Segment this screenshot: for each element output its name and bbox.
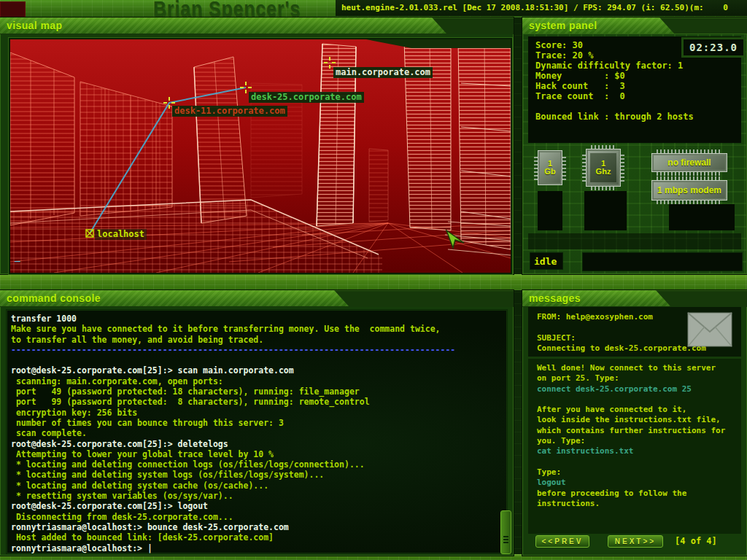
engine-info: heut.engine-2.01.033.rel [Dec 17 2008.18… <box>341 3 747 12</box>
console-line: port 49 (password protected: 18 characte… <box>11 386 507 397</box>
firewall-chip: no firewall <box>651 153 727 172</box>
cpu-chip: 1 Ghz <box>586 149 621 187</box>
progress-bar <box>582 252 743 271</box>
chip-pins <box>562 155 566 180</box>
console-line: Host added to bounced link: [desk-25.cor… <box>11 532 507 542</box>
map-text-cursor: _ <box>15 251 20 262</box>
corner-decoration <box>0 1 26 18</box>
envelope-icon <box>687 312 732 347</box>
console-line: * locating and deleting system logs (os/… <box>11 470 507 480</box>
visual-map-viewport: main.corporate.com desk-25.corporate.com… <box>9 38 512 274</box>
empty-hardware-slot <box>538 191 562 230</box>
console-line: root@desk-25.corporate.com[25]:> scan ma… <box>11 365 507 376</box>
console-line: number of times you can bounce through t… <box>11 418 507 428</box>
console-header: command console <box>0 290 349 306</box>
message-line: connect desk-25.corporate.com 25 <box>537 384 741 394</box>
wireframe-city-graphic <box>10 39 511 273</box>
chip-pins <box>534 155 538 180</box>
message-line: you. Type: <box>537 436 741 446</box>
message-line: logout <box>537 478 741 488</box>
scrollbar-grip <box>503 536 508 537</box>
system-panel-header: system panel <box>522 18 674 34</box>
console-line: ronnytriasmara@localhost:> | <box>11 543 507 553</box>
message-body: Well done! Now connect to this serveron … <box>528 359 741 534</box>
message-line: look inside the instructions.txt file, <box>537 415 741 425</box>
message-line <box>537 457 741 467</box>
console-line: root@desk-25.corporate.com[25]:> logout <box>11 501 507 511</box>
chip-pins <box>657 149 722 153</box>
cpu-chip-label: 1 Ghz <box>595 160 612 176</box>
from-value: help@exosyphen.com <box>566 312 653 322</box>
console-line: scan complete. <box>11 428 507 438</box>
message-line: Type: <box>537 467 741 478</box>
chip-pins <box>582 154 586 182</box>
map-node-label-localhost: localhost <box>95 229 147 240</box>
console-line: transfer 1000 <box>11 314 507 324</box>
title-bar: Brian Spencer's heut.engine-2.01.033.rel… <box>0 0 747 18</box>
messages-header: messages <box>522 290 670 306</box>
console-line: root@desk-25.corporate.com[25]:> deletel… <box>11 439 507 449</box>
console-line: encryption key: 256 bits <box>11 408 507 418</box>
console-line: ronnytriasmara@localhost:> bounce desk-2… <box>11 522 507 532</box>
console-line: port 99 (password protected: 8 character… <box>11 397 507 407</box>
visual-map-title: visual map <box>0 18 446 34</box>
system-panel-title: system panel <box>522 18 674 34</box>
console-line: * locating and deleting system cache (os… <box>11 481 507 491</box>
message-line: on port 25. Type: <box>537 373 741 384</box>
memory-chip: 1 Gb <box>538 150 562 185</box>
message-line <box>537 394 741 405</box>
console-line: to transfer all the money, and avoid bei… <box>11 335 507 345</box>
map-node-label-desk25: desk-25.corporate.com <box>249 92 364 103</box>
modem-chip: 1 mbps modem <box>651 180 727 201</box>
divider-strip <box>0 274 747 290</box>
console-scrollbar-thumb[interactable] <box>500 510 511 554</box>
system-panel-band <box>528 233 741 249</box>
cpu-chip-core: 1 Ghz <box>590 153 616 182</box>
console-line: scanning: main.corporate.com, open ports… <box>11 376 507 386</box>
firewall-chip-label: no firewall <box>667 158 711 168</box>
chip-pins <box>591 187 616 190</box>
empty-hardware-slot <box>584 191 627 230</box>
status-indicator: idle <box>530 252 563 270</box>
console-line: Disconnecting from desk-25.corporate.com… <box>11 512 507 522</box>
empty-hardware-slot <box>669 204 735 230</box>
console-output[interactable]: transfer 1000Make sure you have connecte… <box>6 309 508 554</box>
visual-map-header: visual map <box>0 18 446 34</box>
console-line: Attempting to lower your global trace le… <box>11 449 507 459</box>
message-line: before proceeding to follow the <box>537 489 741 499</box>
chip-pins <box>591 145 616 149</box>
from-label: FROM: <box>537 312 566 322</box>
message-line: cat instructions.txt <box>537 446 741 456</box>
messages-title: messages <box>522 290 670 306</box>
chip-pins <box>657 172 722 176</box>
memory-chip-label: 1 Gb <box>543 160 557 176</box>
chip-pins <box>621 154 624 182</box>
message-line: After you have connected to it, <box>537 405 741 415</box>
console-line: ----------------------------------------… <box>11 345 507 355</box>
console-title: command console <box>0 290 349 306</box>
map-node-label-desk11: desk-11.corporate.com <box>172 106 287 117</box>
message-line: instructions. <box>537 499 741 509</box>
console-line: Make sure you have connected to it befor… <box>11 324 507 334</box>
modem-chip-label: 1 mbps modem <box>657 185 721 195</box>
prev-message-button[interactable]: <<PREV <box>535 535 589 548</box>
message-line: Well done! Now connect to this server <box>537 363 741 373</box>
map-node-label-main: main.corporate.com <box>333 67 433 78</box>
message-page-indicator: [4 of 4] <box>675 536 717 546</box>
console-line: * resetting system variables (os/sys/var… <box>11 491 507 501</box>
console-line <box>11 355 507 365</box>
mission-timer: 02:23.0 <box>681 37 746 58</box>
console-line: * locating and deleting connection logs … <box>11 459 507 470</box>
next-message-button[interactable]: NEXT>> <box>608 535 663 548</box>
chip-pins <box>657 176 722 180</box>
game-screen: Brian Spencer's heut.engine-2.01.033.rel… <box>0 0 747 560</box>
message-line: which contains further instructions for <box>537 426 741 436</box>
